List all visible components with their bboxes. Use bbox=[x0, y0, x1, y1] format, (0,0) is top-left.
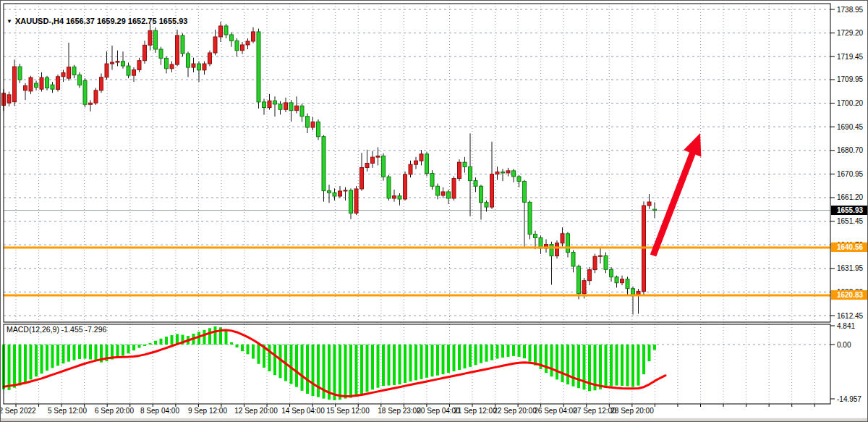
svg-text:1709.95: 1709.95 bbox=[837, 75, 864, 83]
svg-text:2 Sep 2022: 2 Sep 2022 bbox=[1, 407, 36, 415]
svg-text:1700.20: 1700.20 bbox=[837, 99, 864, 107]
triangle-down-icon: ▼ bbox=[7, 18, 12, 25]
current-price-badge: 1655.93 bbox=[831, 206, 868, 215]
svg-text:1631.95: 1631.95 bbox=[837, 264, 864, 272]
svg-text:0.00: 0.00 bbox=[837, 341, 851, 349]
svg-text:12 Sep 20:00: 12 Sep 20:00 bbox=[234, 407, 278, 415]
svg-text:27 Sep 12:00: 27 Sep 12:00 bbox=[573, 407, 616, 415]
chart-window[interactable]: 1738.951729.201719.451709.951700.201690.… bbox=[0, 0, 868, 422]
svg-text:1661.20: 1661.20 bbox=[837, 193, 864, 201]
svg-text:18 Sep 23:00: 18 Sep 23:00 bbox=[378, 407, 421, 415]
svg-text:9 Sep 12:00: 9 Sep 12:00 bbox=[188, 407, 227, 415]
candlestick-series bbox=[2, 22, 657, 315]
svg-text:1690.45: 1690.45 bbox=[837, 123, 864, 131]
svg-text:1729.20: 1729.20 bbox=[837, 29, 864, 37]
svg-text:1719.45: 1719.45 bbox=[837, 53, 864, 61]
macd-histogram bbox=[2, 326, 656, 400]
panel-borders bbox=[4, 4, 830, 404]
svg-text:1651.45: 1651.45 bbox=[837, 217, 864, 225]
ohlc-info-text: XAUUSD-,H4 1656.37 1659.29 1652.75 1655.… bbox=[15, 17, 188, 25]
support-level-badge: 1620.83 bbox=[831, 290, 868, 300]
svg-text:5 Sep 12:00: 5 Sep 12:00 bbox=[48, 407, 87, 415]
trend-arrow-annotation[interactable] bbox=[650, 133, 702, 257]
price-axis-labels: 1738.951729.201719.451709.951700.201690.… bbox=[830, 6, 864, 320]
svg-text:1670.95: 1670.95 bbox=[837, 170, 864, 178]
vertical-gridlines bbox=[16, 4, 814, 404]
svg-text:22 Sep 20:00: 22 Sep 20:00 bbox=[493, 407, 537, 415]
macd-axis-labels: 4.8410.00-14.957 bbox=[830, 322, 861, 403]
window-bottom-edge bbox=[1, 418, 868, 422]
svg-text:6 Sep 20:00: 6 Sep 20:00 bbox=[95, 407, 134, 415]
time-axis-labels: 2 Sep 20225 Sep 12:006 Sep 20:008 Sep 04… bbox=[1, 404, 814, 415]
svg-text:14 Sep 04:00: 14 Sep 04:00 bbox=[281, 407, 325, 415]
svg-text:4.841: 4.841 bbox=[837, 322, 855, 330]
svg-text:1738.95: 1738.95 bbox=[837, 6, 864, 14]
horizontal-level-lines bbox=[4, 248, 830, 295]
price-chart-canvas[interactable]: 1738.951729.201719.451709.951700.201690.… bbox=[1, 1, 868, 422]
svg-text:21 Sep 12:00: 21 Sep 12:00 bbox=[454, 407, 497, 415]
svg-text:28 Sep 20:00: 28 Sep 20:00 bbox=[610, 407, 654, 415]
svg-text:1612.45: 1612.45 bbox=[837, 312, 864, 320]
svg-text:-14.957: -14.957 bbox=[837, 395, 861, 403]
svg-text:15 Sep 12:00: 15 Sep 12:00 bbox=[326, 407, 370, 415]
svg-text:8 Sep 04:00: 8 Sep 04:00 bbox=[140, 407, 179, 415]
ohlc-info-line: ▼XAUUSD-,H4 1656.37 1659.29 1652.75 1655… bbox=[7, 17, 187, 25]
svg-text:26 Sep 04:00: 26 Sep 04:00 bbox=[534, 407, 577, 415]
indicator-info-line: MACD(12,26,9) -1.455 -7.296 bbox=[7, 325, 106, 334]
svg-text:1680.70: 1680.70 bbox=[837, 146, 864, 154]
resistance-level-badge: 1640.56 bbox=[831, 242, 868, 252]
